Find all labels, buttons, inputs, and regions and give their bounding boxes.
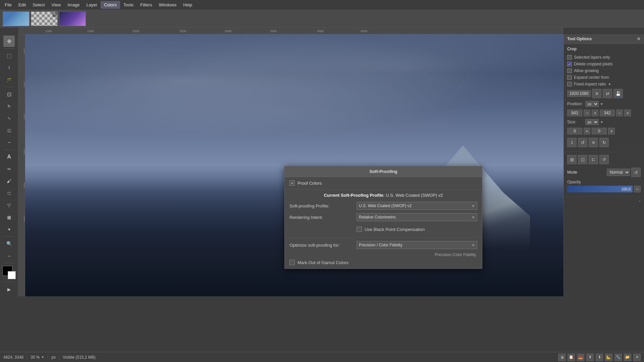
- position-unit-select[interactable]: px: [585, 101, 599, 107]
- status-visibility: Visible (515,2 MB): [63, 355, 96, 360]
- pos-y-input[interactable]: [600, 110, 615, 116]
- pos-x-minus[interactable]: −: [584, 110, 590, 116]
- size-x-input[interactable]: [567, 128, 582, 134]
- size-y-input[interactable]: [592, 128, 607, 134]
- tool-scroll[interactable]: ▶: [3, 284, 15, 295]
- opacity-container: Opacity 100,0 −: [567, 178, 641, 194]
- proof-colors-checkbox[interactable]: [289, 180, 295, 186]
- status-icon-8[interactable]: 📂: [624, 354, 631, 361]
- fixed-aspect-checkbox[interactable]: [567, 82, 572, 86]
- left-toolbar: ✥ ⬚ ⌇ 🪄 ⊡ ↻ ⤡ ◱ ⌁ A ✏ 🖌 ◻ ▽ ▦ ✦ 🔍 ↔ ▶: [0, 34, 18, 296]
- tool-text[interactable]: A: [3, 151, 15, 163]
- current-profile-label: Current Soft-Proofing Profile: [324, 193, 383, 198]
- tab-close-2[interactable]: ✕: [52, 12, 57, 17]
- black-point-checkbox[interactable]: [357, 227, 362, 232]
- swap-dimension-btn[interactable]: ⇄: [603, 89, 612, 98]
- allow-growing-checkbox[interactable]: [567, 68, 572, 73]
- tool-selection[interactable]: ⬚: [3, 50, 15, 61]
- status-icon-6[interactable]: 📐: [605, 354, 612, 361]
- tool-heal[interactable]: ✦: [3, 224, 15, 235]
- history-btn[interactable]: ↺: [599, 155, 609, 164]
- tool-fill[interactable]: ▽: [3, 199, 15, 211]
- menu-select[interactable]: Select: [29, 1, 48, 9]
- opacity-slider[interactable]: 100,0: [567, 186, 633, 192]
- tool-lasso[interactable]: ⌇: [3, 62, 15, 73]
- reset-btn[interactable]: ↺: [578, 138, 587, 147]
- background-color[interactable]: [8, 271, 16, 279]
- expand-center-checkbox[interactable]: [567, 75, 572, 80]
- channels-btn[interactable]: ◫: [578, 155, 587, 164]
- tool-measure[interactable]: ↔: [3, 250, 15, 261]
- status-icon-5[interactable]: ⬇: [596, 354, 603, 361]
- tool-options-close[interactable]: ✕: [637, 36, 641, 42]
- delete-cropped-row: Delete cropped pixels: [567, 61, 641, 67]
- status-icon-9[interactable]: ✕: [633, 354, 641, 361]
- menu-colors[interactable]: Colors: [101, 1, 120, 9]
- paths-btn[interactable]: ⊏: [589, 155, 598, 164]
- status-icon-1[interactable]: 🖥: [558, 354, 566, 361]
- menu-help[interactable]: Help: [180, 1, 196, 9]
- pos-x-input[interactable]: [567, 110, 582, 116]
- menu-file[interactable]: File: [1, 1, 15, 9]
- tool-gradient[interactable]: ▦: [3, 212, 15, 223]
- selected-layers-checkbox[interactable]: [567, 55, 572, 60]
- opacity-minus[interactable]: −: [634, 186, 641, 192]
- tool-scale[interactable]: ⤡: [3, 113, 15, 124]
- delete-cropped-checkbox[interactable]: [567, 62, 572, 66]
- menu-tools[interactable]: Tools: [120, 1, 137, 9]
- gamut-checkbox[interactable]: [289, 260, 295, 265]
- pos-y-minus[interactable]: −: [616, 110, 623, 116]
- rendering-select[interactable]: Relative Colorimetric ▼: [357, 213, 477, 221]
- menu-filters[interactable]: Filters: [137, 1, 155, 9]
- status-icon-7[interactable]: 🔧: [614, 354, 622, 361]
- tool-crop[interactable]: ⊡: [3, 88, 15, 100]
- tool-rotate[interactable]: ↻: [3, 101, 15, 112]
- tab-1[interactable]: [3, 11, 30, 26]
- tab-2[interactable]: ✕: [31, 11, 58, 26]
- clear-dimension-btn[interactable]: ✕: [592, 89, 601, 98]
- ruler-tick-1000: 1000: [45, 29, 52, 33]
- status-icon-2[interactable]: 📋: [568, 354, 575, 361]
- mode-select[interactable]: Normal: [607, 169, 630, 176]
- menu-image[interactable]: Image: [64, 1, 83, 9]
- fixed-aspect-arrow[interactable]: ▼: [608, 82, 611, 86]
- status-icon-4[interactable]: ⬆: [586, 354, 594, 361]
- toolbar-separator-4: [4, 236, 14, 237]
- menu-windows[interactable]: Windows: [155, 1, 180, 9]
- menu-view[interactable]: View: [48, 1, 64, 9]
- ruler-horizontal: 1000 1500 2000 2500 3000 3500 4000 4500: [18, 27, 564, 34]
- tool-eraser[interactable]: ◻: [3, 187, 15, 199]
- tool-fuzzy-select[interactable]: 🪄: [3, 74, 15, 85]
- zoom-down-arrow[interactable]: ▼: [41, 355, 44, 359]
- tool-paintbrush[interactable]: 🖌: [3, 175, 15, 187]
- size-x-plus[interactable]: +: [584, 128, 590, 134]
- tool-shear[interactable]: ◱: [3, 125, 15, 136]
- menu-edit[interactable]: Edit: [15, 1, 29, 9]
- menu-layer[interactable]: Layer: [83, 1, 101, 9]
- cancel-btn[interactable]: ✕: [589, 138, 598, 147]
- tab-3[interactable]: [59, 11, 86, 26]
- pos-y-plus[interactable]: +: [624, 110, 631, 116]
- profile-select[interactable]: U.S. Web Coated (SWOP) v2 ▼: [357, 202, 477, 210]
- mode-label: Mode: [567, 170, 577, 175]
- status-icon-3[interactable]: 📤: [577, 354, 584, 361]
- optimize-select[interactable]: Precision / Color Fidelity ▼: [357, 241, 477, 249]
- save-dimension-btn[interactable]: 💾: [613, 89, 623, 98]
- optimize-label: Optimize soft-proofing for:: [289, 243, 357, 248]
- layers-btn[interactable]: ▤: [567, 155, 577, 164]
- redo-btn[interactable]: ↻: [599, 138, 609, 147]
- rendering-select-arrow: ▼: [472, 216, 475, 219]
- tool-zoom[interactable]: 🔍: [3, 238, 15, 249]
- tool-move[interactable]: ✥: [3, 36, 15, 47]
- size-unit-arrow[interactable]: ▼: [600, 120, 603, 124]
- size-unit-select[interactable]: px: [585, 119, 599, 125]
- color-selector[interactable]: [2, 266, 16, 279]
- pos-x-plus[interactable]: +: [592, 110, 598, 116]
- dimension-input[interactable]: [567, 90, 591, 97]
- mode-reset-btn[interactable]: ↺: [631, 168, 641, 177]
- apply-btn[interactable]: ⇩: [567, 138, 577, 147]
- size-y-plus[interactable]: +: [608, 128, 615, 134]
- position-unit-arrow[interactable]: ▼: [600, 102, 603, 106]
- tool-warp[interactable]: ⌁: [3, 137, 15, 148]
- tool-pencil[interactable]: ✏: [3, 163, 15, 175]
